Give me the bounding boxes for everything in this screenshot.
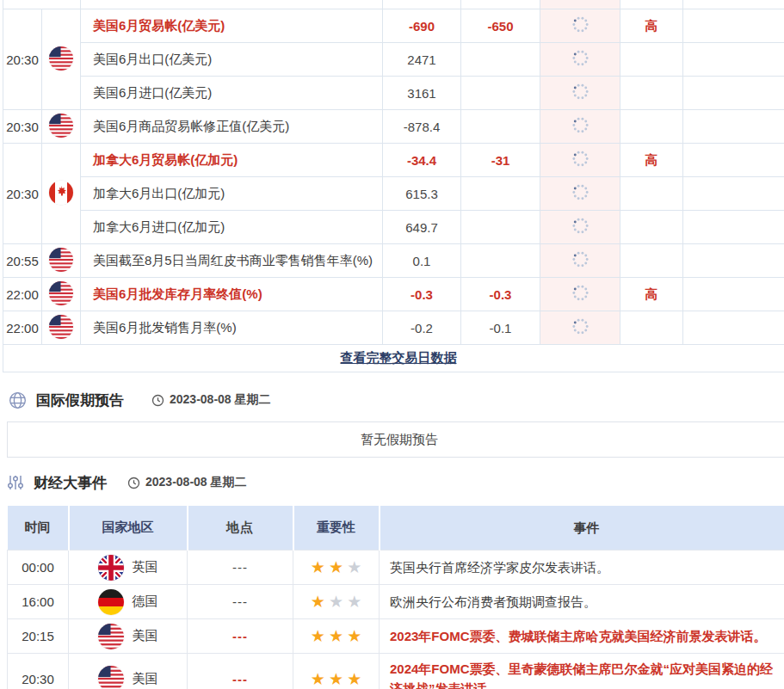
country-cell: 美国 [69,619,188,654]
importance-cell [620,43,683,77]
previous-value-cell: -34.4 [383,144,461,177]
actual-value-cell [540,311,620,345]
table-row: 20:30 美国 --- ★ ★ ★ 2024年FOMC票委、里奇蒙德联储主席巴… [8,654,784,689]
star-icon: ★ [311,593,325,611]
star-icon: ★ [347,558,361,576]
time-cell: 20:30 [8,654,69,689]
section-date: 2023-08-08 星期二 [151,392,271,408]
previous-value-cell: 649.7 [383,211,461,244]
previous-value-cell: 615.3 [383,177,461,211]
star-icon: ★ [311,627,325,645]
star-icon: ★ [347,593,361,611]
table-row: 22:00 美国6月批发库存月率终值(%) -0.3 -0.3 高 [3,278,784,311]
clipped-cell [383,0,461,9]
economic-calendar-table: 20:30 美国6月贸易帐(亿美元) -690 -650 高 美国6月出口(亿美… [3,0,784,372]
country-label: 英国 [133,559,158,575]
table-row: 00:00 英国 --- ★ ★ ★ 英国央行首席经济学家皮尔发表讲话。 [8,551,784,585]
forecast-value-cell [461,43,540,77]
financial-calendar-page: 20:30 美国6月贸易帐(亿美元) -690 -650 高 美国6月出口(亿美… [0,0,784,689]
star-icon: ★ [329,593,343,611]
table-row: 加拿大6月进口(亿加元) 649.7 [3,211,784,244]
importance-cell: 高 [620,9,683,43]
table-row: 查看完整交易日数据 [3,345,784,372]
importance-cell [620,311,683,345]
actual-value-cell [540,211,620,244]
importance-stars: ★ ★ ★ [293,654,380,689]
empty-cell [683,77,784,110]
table-row: 20:30 加拿大6月贸易帐(亿加元) -34.4 -31 高 [3,144,784,177]
importance-cell: 高 [620,278,683,311]
loading-spinner-icon [571,317,590,336]
event-name-cell: 加拿大6月出口(亿加元) [81,177,383,211]
empty-cell [683,278,784,311]
country-label: 美国 [133,671,158,687]
header-location: 地点 [188,506,293,551]
clock-icon [127,477,140,489]
date-label: 2023-08-08 星期二 [170,392,271,408]
empty-cell [683,43,784,77]
section-title: 财经大事件 [34,473,107,493]
star-icon: ★ [329,558,343,576]
forecast-value-cell: -650 [461,9,540,43]
country-label: 德国 [133,594,158,610]
event-name-cell: 美国6月贸易帐(亿美元) [81,9,383,43]
clipped-cell [540,0,620,9]
big-events-table: 时间 国家地区 地点 重要性 事件 00:00 英国 --- ★ ★ ★ 英国央… [7,506,784,689]
country-label: 美国 [133,628,158,644]
time-cell: 22:00 [3,311,42,345]
forecast-value-cell: -31 [461,144,540,177]
time-cell: 00:00 [8,551,69,585]
time-cell: 20:30 [3,9,42,110]
star-icon: ★ [311,670,325,688]
header-time: 时间 [8,506,69,551]
event-name-cell: 美国6月商品贸易帐修正值(亿美元) [81,110,383,144]
clock-icon [151,394,164,407]
time-cell: 20:30 [3,144,42,244]
table-row: 20:55 美国截至8月5日当周红皮书商业零售销售年率(%) 0.1 [3,244,784,278]
country-cell: 德国 [69,585,188,619]
forecast-value-cell [461,244,540,278]
table-row: 美国6月出口(亿美元) 2471 [3,43,784,77]
event-name-cell: 美国截至8月5日当周红皮书商业零售销售年率(%) [81,244,383,278]
time-cell: 22:00 [3,278,42,311]
date-label: 2023-08-08 星期二 [145,475,247,490]
previous-value-cell: 0.1 [383,244,461,278]
actual-value-cell [540,278,620,311]
importance-cell: 高 [620,144,683,177]
previous-value-cell: 2471 [383,43,461,77]
clipped-cell [461,0,540,9]
loading-spinner-icon [571,249,590,269]
view-full-day-data-link[interactable]: 查看完整交易日数据 [341,350,457,365]
star-icon: ★ [311,558,325,576]
event-name-cell: 加拿大6月进口(亿加元) [81,211,383,244]
section-date: 2023-08-08 星期二 [127,475,247,490]
event-name-cell: 美国6月批发销售月率(%) [81,311,383,345]
event-text-cell: 2024年FOMC票委、里奇蒙德联储主席巴尔金就“应对美国紧迫的经济挑战”发表讲… [380,654,784,689]
previous-value-cell: -878.4 [383,110,461,144]
germany-flag-icon [98,589,124,615]
time-cell: 20:30 [3,110,42,144]
event-name-cell: 美国6月进口(亿美元) [81,77,383,110]
star-icon: ★ [347,670,361,688]
us-flag-icon [42,311,81,345]
country-cell: 美国 [69,654,188,689]
header-country: 国家地区 [69,506,188,551]
us-flag-icon [42,244,81,278]
star-icon: ★ [329,670,343,688]
country-cell: 英国 [69,551,188,585]
tune-sliders-icon [7,474,24,491]
forecast-value-cell [461,211,540,244]
importance-stars: ★ ★ ★ [293,585,380,619]
table-header-row: 时间 国家地区 地点 重要性 事件 [8,506,784,551]
previous-value-cell: -0.2 [383,311,461,345]
loading-spinner-icon [571,182,590,202]
forecast-value-cell: -0.3 [461,278,540,311]
importance-cell [620,244,683,278]
star-icon: ★ [329,627,343,645]
actual-value-cell [540,43,620,77]
loading-spinner-icon [571,149,590,169]
table-row: 美国6月进口(亿美元) 3161 [3,77,784,110]
empty-cell [683,311,784,345]
clipped-cell [683,0,784,9]
loading-spinner-icon [571,48,590,68]
